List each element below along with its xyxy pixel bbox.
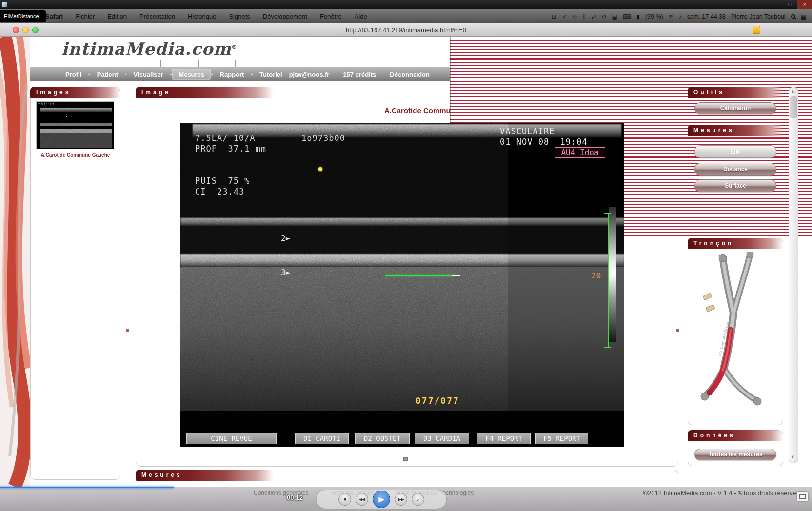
- battery-icon[interactable]: ▮: [636, 13, 640, 20]
- measurement-line[interactable]: [385, 275, 456, 276]
- window-minimize-button[interactable]: –: [768, 0, 783, 9]
- screen-share-icon[interactable]: ⊡: [552, 13, 556, 20]
- menu-edition[interactable]: Edition: [101, 13, 133, 20]
- calibration-ruler: [608, 213, 609, 348]
- ultrasound-image[interactable]: 7.5LA/ 10/A PROF 37.1 mm 1o973b00 VASCUL…: [180, 123, 624, 447]
- outils-panel-header: Outils: [688, 87, 783, 98]
- image-panel-header: Image: [136, 87, 274, 98]
- volume-icon[interactable]: ♪: [679, 13, 682, 20]
- pager-dot[interactable]: [403, 457, 408, 461]
- credits-count: 157 crédits: [343, 71, 376, 78]
- site-logo[interactable]: intimaMedia.com®: [61, 39, 237, 59]
- ci-readout: CI 23.43: [195, 187, 244, 197]
- nav-item-profil[interactable]: Profil: [59, 69, 88, 80]
- menu-developpement[interactable]: Développement: [257, 13, 314, 20]
- window-close-button[interactable]: ×: [797, 0, 812, 9]
- app-icon: [1, 1, 8, 8]
- ruler-tick: [604, 347, 611, 348]
- surface-button[interactable]: Surface: [694, 179, 776, 192]
- troncon-panel-header: Tronçon: [688, 238, 783, 249]
- close-window-traffic-light[interactable]: [13, 27, 19, 33]
- panel-resize-dot: [126, 329, 129, 332]
- nav-item-patient[interactable]: Patient: [91, 69, 124, 80]
- window-maximize-button[interactable]: □: [783, 0, 797, 9]
- nav-item-rapport[interactable]: Rapport: [214, 69, 251, 80]
- menubar-clock[interactable]: sam. 17 44 38: [687, 13, 726, 20]
- eim-button[interactable]: EIM: [694, 145, 776, 158]
- cursor-crosshair: [452, 275, 460, 276]
- calibration-button[interactable]: Calibration: [694, 102, 776, 114]
- scroll-up-arrow-icon[interactable]: ▲: [791, 89, 795, 94]
- main-navbar: Profil • Patient • Visualiser • Mesures …: [30, 67, 785, 81]
- fullscreen-button[interactable]: [796, 491, 809, 502]
- mesures-panel-header: Mesures: [688, 125, 783, 136]
- menu-signets[interactable]: Signets: [222, 13, 256, 20]
- decorative-swirl: [0, 37, 30, 487]
- menu-fichier[interactable]: Fichier: [69, 13, 101, 20]
- sync-icon[interactable]: ↻: [572, 13, 577, 20]
- exam-datetime: 01 NOV 08 19:04: [500, 137, 588, 147]
- f4-report-key: F4 REPORT: [477, 433, 531, 444]
- page-scrollbar[interactable]: [789, 87, 798, 463]
- thumb-overlay-text: 7.5LA/ 10/A: [38, 103, 54, 106]
- nav-item-mesures[interactable]: Mesures: [172, 69, 211, 80]
- image-thumbnail[interactable]: 7.5LA/ 10/A: [36, 101, 114, 149]
- distance-button[interactable]: Distance: [694, 163, 776, 176]
- menubar-user[interactable]: Pierre-Jean Touboul: [731, 13, 786, 20]
- spotlight-icon[interactable]: [791, 14, 795, 19]
- zoom-window-traffic-light[interactable]: [32, 27, 39, 33]
- nav-separator: •: [211, 72, 213, 77]
- video-progress-bar[interactable]: [0, 487, 174, 488]
- nav-separator: •: [170, 72, 172, 77]
- scrollbar-thumb[interactable]: [790, 96, 797, 118]
- d1-caroti-key: D1 CAROTI: [295, 433, 349, 444]
- nav-separator: •: [251, 72, 253, 77]
- wifi-icon[interactable]: ≋: [669, 13, 673, 20]
- player-controls: ■ ◀◀ ▶ ▶▶ ♪: [316, 490, 447, 509]
- nav-item-tutoriel[interactable]: Tutoriel: [253, 69, 289, 80]
- time-machine-icon[interactable]: ↺: [602, 13, 607, 20]
- nav-divider-tick: [198, 60, 199, 67]
- nav-item-visualiser[interactable]: Visualiser: [127, 69, 170, 80]
- cine-revue-key: CINE REVUE: [186, 433, 277, 444]
- keyboard-icon[interactable]: ⌨: [623, 13, 631, 20]
- window-titlebar: [0, 0, 812, 9]
- fast-forward-button[interactable]: ▶▶: [395, 493, 407, 506]
- thumbnail-caption: A.Carotide Commune Gauche: [30, 152, 120, 157]
- stop-button[interactable]: ■: [338, 493, 351, 506]
- nav-divider-tick: [119, 60, 119, 67]
- check-icon[interactable]: ✓: [562, 13, 567, 20]
- frame-counter: 077/077: [416, 395, 459, 406]
- scroll-down-arrow-icon[interactable]: ▼: [791, 454, 795, 459]
- volume-button[interactable]: ♪: [412, 493, 424, 506]
- marker-2: 2►: [281, 234, 290, 243]
- nav-divider-tick: [84, 60, 84, 67]
- ruler-tick: [604, 213, 611, 214]
- recording-label: EIMetDistance: [0, 10, 46, 22]
- minimize-window-traffic-light[interactable]: [22, 27, 29, 33]
- displays-icon[interactable]: ▤: [612, 13, 617, 20]
- nav-divider-tick: [235, 60, 236, 67]
- d2-obstet-key: D2 OBSTET: [355, 433, 410, 444]
- menu-aide[interactable]: Aide: [348, 13, 374, 20]
- registered-mark: ®: [231, 44, 237, 50]
- power-readout: PUIS 75 %: [195, 176, 250, 186]
- airport-icon[interactable]: ⇄: [591, 13, 596, 20]
- grid-icon[interactable]: ▦: [801, 13, 806, 20]
- all-measures-button[interactable]: Toutes les mesures: [694, 449, 776, 460]
- thumb-marker-dot: [66, 116, 67, 117]
- rewind-button[interactable]: ◀◀: [356, 493, 368, 506]
- logout-link[interactable]: Déconnexion: [390, 71, 430, 78]
- play-button[interactable]: ▶: [373, 491, 390, 508]
- address-bar[interactable]: http://83.167.41.219/intimamedia.html#h=…: [0, 23, 812, 37]
- speckle-texture: [180, 123, 508, 411]
- menu-presentation[interactable]: Présentation: [133, 13, 181, 20]
- exam-code: 1o973b00: [301, 133, 345, 143]
- exam-mode: VASCULAIRE: [500, 126, 555, 136]
- bluetooth-icon[interactable]: ᛒ: [582, 13, 586, 20]
- nav-separator: •: [125, 72, 127, 77]
- menu-fenetre[interactable]: Fenêtre: [314, 13, 348, 20]
- playback-time: 00:12: [287, 494, 303, 501]
- artery-diagram[interactable]: © 2011 IntimaMedia.com: [693, 252, 778, 421]
- menu-historique[interactable]: Historique: [181, 13, 223, 20]
